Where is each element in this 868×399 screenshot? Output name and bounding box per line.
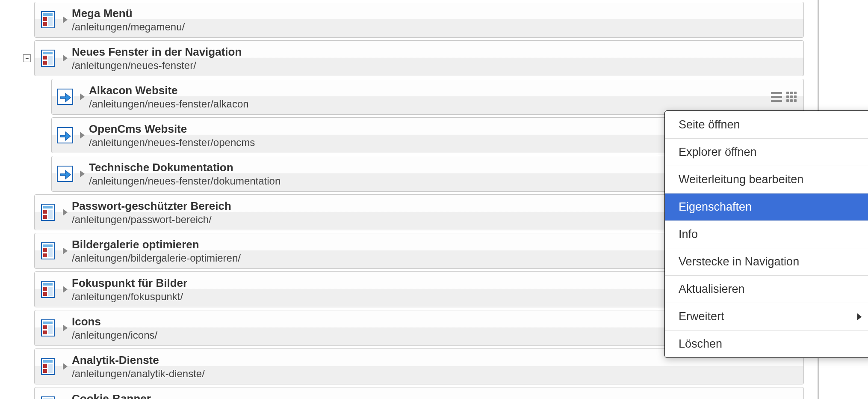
menu-item-label: Info: [679, 228, 698, 241]
row-texts: Neues Fenster in der Navigation/anleitun…: [72, 45, 797, 71]
context-menu-item[interactable]: Seite öffnen: [665, 111, 868, 138]
collapse-toggle[interactable]: −: [23, 54, 31, 62]
grid-icon[interactable]: [785, 91, 797, 103]
context-menu-item[interactable]: Weiterleitung bearbeiten: [665, 166, 868, 193]
page-icon: [39, 48, 57, 69]
row-indent: [0, 387, 34, 399]
page-icon: [39, 9, 57, 30]
context-menu-item[interactable]: Erweitert: [665, 303, 868, 330]
page-icon: [39, 202, 57, 223]
item-path: /anleitungen/analytik-dienste/: [72, 368, 797, 380]
row-indent: −: [0, 40, 34, 76]
menu-item-label: Löschen: [679, 337, 722, 351]
row-texts: Alkacon Website/anleitungen/neues-fenste…: [89, 84, 770, 110]
submenu-caret-icon: [857, 313, 862, 320]
page-icon: [39, 394, 57, 399]
page-icon: [39, 279, 57, 300]
item-title: Mega Menü: [72, 7, 797, 20]
row-actions: [770, 91, 797, 103]
tree-item[interactable]: Cookie-Banner/anleitungen/cookie-banner/: [34, 387, 804, 399]
context-menu-item[interactable]: Verstecke in Navigation: [665, 248, 868, 275]
context-menu-item[interactable]: Löschen: [665, 330, 868, 357]
redirect-icon: [56, 125, 74, 146]
redirect-icon: [56, 86, 74, 107]
row-texts: Mega Menü/anleitungen/megamenu/: [72, 7, 797, 33]
expand-caret-icon[interactable]: [63, 286, 68, 293]
item-title: Cookie-Banner: [72, 392, 797, 399]
menu-item-label: Weiterleitung bearbeiten: [679, 173, 803, 186]
item-path: /anleitungen/megamenu/: [72, 21, 797, 33]
redirect-icon: [56, 163, 74, 185]
row-indent: [0, 2, 34, 38]
row-indent: [0, 117, 51, 153]
expand-caret-icon[interactable]: [80, 132, 85, 139]
menu-item-label: Eigenschaften: [679, 200, 752, 214]
expand-caret-icon[interactable]: [80, 170, 85, 177]
row-indent: [0, 79, 51, 115]
menu-item-label: Aktualisieren: [679, 283, 745, 296]
expand-caret-icon[interactable]: [63, 325, 68, 331]
menu-item-label: Explorer öffnen: [679, 146, 757, 159]
menu-item-label: Erweitert: [679, 310, 724, 323]
tree-item[interactable]: Alkacon Website/anleitungen/neues-fenste…: [51, 79, 804, 115]
expand-caret-icon[interactable]: [63, 363, 68, 370]
expand-caret-icon[interactable]: [63, 16, 68, 23]
row-indent: [0, 194, 34, 230]
item-title: Neues Fenster in der Navigation: [72, 45, 797, 59]
tree-row: Alkacon Website/anleitungen/neues-fenste…: [0, 79, 804, 115]
row-indent: [0, 233, 34, 269]
row-indent: [0, 271, 34, 307]
menu-item-label: Verstecke in Navigation: [679, 255, 799, 268]
row-indent: [0, 348, 34, 384]
row-texts: Cookie-Banner/anleitungen/cookie-banner/: [72, 392, 797, 399]
menu-icon[interactable]: [770, 91, 783, 103]
tree-row: Cookie-Banner/anleitungen/cookie-banner/: [0, 387, 804, 399]
item-path: /anleitungen/neues-fenster/: [72, 60, 797, 71]
context-menu-item[interactable]: Eigenschaften: [665, 193, 868, 220]
context-menu-item[interactable]: Info: [665, 220, 868, 248]
tree-item[interactable]: Mega Menü/anleitungen/megamenu/: [34, 2, 804, 38]
tree-row: −Neues Fenster in der Navigation/anleitu…: [0, 40, 804, 76]
tree-item[interactable]: Neues Fenster in der Navigation/anleitun…: [34, 40, 804, 76]
expand-caret-icon[interactable]: [63, 209, 68, 216]
tree-row: Mega Menü/anleitungen/megamenu/: [0, 2, 804, 38]
context-menu: Seite öffnenExplorer öffnenWeiterleitung…: [664, 110, 868, 358]
context-menu-item[interactable]: Aktualisieren: [665, 275, 868, 303]
page-icon: [39, 317, 57, 339]
row-indent: [0, 310, 34, 346]
context-menu-item[interactable]: Explorer öffnen: [665, 138, 868, 166]
row-indent: [0, 156, 51, 192]
expand-caret-icon[interactable]: [63, 247, 68, 254]
menu-pointer-icon: [764, 110, 776, 111]
item-path: /anleitungen/neues-fenster/alkacon: [89, 98, 770, 110]
page-icon: [39, 356, 57, 377]
item-title: Alkacon Website: [89, 84, 770, 97]
page-icon: [39, 240, 57, 262]
expand-caret-icon[interactable]: [80, 93, 85, 100]
expand-caret-icon[interactable]: [63, 55, 68, 62]
menu-item-label: Seite öffnen: [679, 118, 740, 131]
